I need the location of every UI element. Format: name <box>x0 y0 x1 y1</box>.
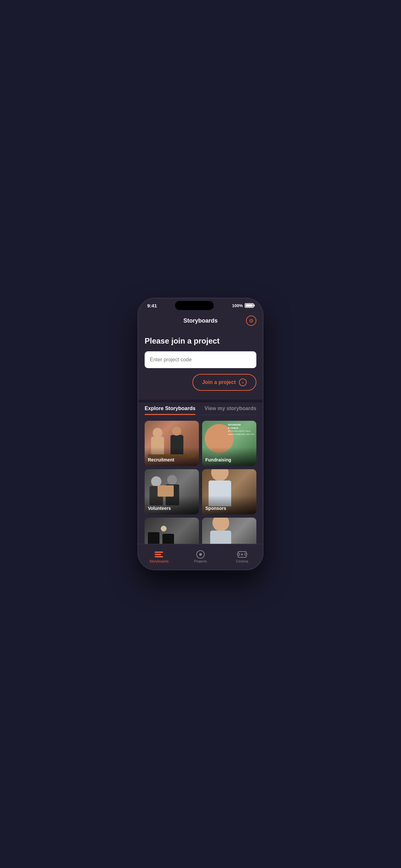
nav-cinema-label: Cinema <box>236 559 248 563</box>
head-v2 <box>167 475 177 485</box>
player2 <box>162 534 174 544</box>
icon-line-1 <box>155 552 163 553</box>
nav-storyboards-label: Storyboards <box>150 559 168 563</box>
cinema-nav-icon: ★ <box>238 551 247 558</box>
storyboards-icon <box>155 552 163 557</box>
project-code-input[interactable] <box>145 351 256 368</box>
battery-fill <box>246 304 253 307</box>
cinema-star: ★ <box>240 552 244 557</box>
tab-my-storyboards[interactable]: View my storyboards <box>204 406 256 414</box>
nav-cinema[interactable]: ★ Cinema <box>221 551 263 563</box>
notch <box>175 301 214 310</box>
card-recruitment[interactable]: Recruitment <box>145 421 199 466</box>
card-coach-update[interactable]: Coach Update <box>202 518 256 544</box>
film-reel-icon <box>196 550 205 559</box>
man-c <box>210 531 231 544</box>
head-s <box>211 469 228 481</box>
head1 <box>153 428 162 438</box>
card-volunteers[interactable]: Volunteers <box>145 469 199 515</box>
card-overlay: Recruitment <box>145 447 199 466</box>
tab-explore-label: Explore Storyboards <box>145 406 195 411</box>
nav-projects-label: Projects <box>194 559 207 563</box>
status-right: 100% <box>232 303 254 308</box>
arrow-icon: › <box>239 378 247 386</box>
card-gameday[interactable]: Game-Day <box>145 518 199 544</box>
app-header: Storyboards ⚙ <box>138 313 263 329</box>
battery-icon <box>245 303 254 308</box>
explore-section: Explore Storyboards View my storyboards <box>138 402 263 544</box>
section-divider <box>138 400 263 402</box>
coach-scene <box>202 518 256 544</box>
join-heading: Please join a project <box>145 337 256 345</box>
nav-projects[interactable]: Projects <box>180 551 221 563</box>
status-time: 9:41 <box>147 303 157 308</box>
card-label-volunteers: Volunteers <box>148 506 171 511</box>
join-btn-row: Join a project › <box>145 374 256 391</box>
storyboard-grid: Recruitment SPONSORA CHILDBecause every … <box>145 421 256 544</box>
icon-line-2 <box>155 554 161 555</box>
projects-nav-icon <box>196 551 205 558</box>
card-label-sponsors: Sponsors <box>205 506 226 511</box>
nav-storyboards[interactable]: Storyboards <box>138 551 180 563</box>
sponsor-text: SPONSORA CHILDBecause every childneeds s… <box>228 423 254 436</box>
tabs-row: Explore Storyboards View my storyboards <box>145 402 256 415</box>
join-project-button[interactable]: Join a project › <box>192 374 256 391</box>
scroll-content[interactable]: Please join a project Join a project › E… <box>138 329 263 544</box>
join-button-label: Join a project <box>202 379 236 385</box>
gear-icon: ⚙ <box>249 318 253 324</box>
card-overlay: Volunteers <box>145 496 199 515</box>
card-label-recruitment: Recruitment <box>148 457 174 462</box>
head-c <box>212 518 229 531</box>
settings-button[interactable]: ⚙ <box>246 315 256 326</box>
card-sponsors[interactable]: Sponsors <box>202 469 256 515</box>
player1 <box>148 532 159 544</box>
join-section: Please join a project Join a project › <box>138 329 263 400</box>
box <box>158 485 174 497</box>
gameday-scene <box>145 518 199 544</box>
head2 <box>172 427 181 436</box>
status-bar: 9:41 100% <box>138 299 263 313</box>
card-overlay: Sponsors <box>202 496 256 515</box>
header-title: Storyboards <box>183 317 218 324</box>
icon-line-3 <box>155 556 163 557</box>
storyboards-nav-icon <box>154 551 163 558</box>
tab-explore[interactable]: Explore Storyboards <box>145 406 195 414</box>
card-overlay: Fundraising <box>202 447 256 466</box>
card-label-fundraising: Fundraising <box>205 457 231 462</box>
phone-frame: 9:41 100% Storyboards ⚙ Please join a pr… <box>137 298 264 570</box>
bottom-nav: Storyboards Projects ★ Cinema <box>138 544 263 569</box>
battery-percent: 100% <box>232 303 243 308</box>
card-fundraising[interactable]: SPONSORA CHILDBecause every childneeds s… <box>202 421 256 466</box>
ball <box>161 526 166 531</box>
cinema-ticket-icon: ★ <box>238 551 247 558</box>
tab-my-label: View my storyboards <box>204 406 256 411</box>
